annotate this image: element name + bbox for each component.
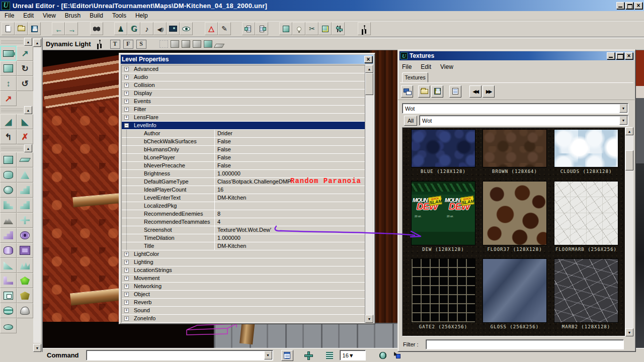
menu-view[interactable]: View (38, 11, 60, 20)
brush-clip-button[interactable]: ◢ (0, 114, 17, 129)
chevron-down-icon[interactable]: ▼ (619, 116, 627, 125)
tree-section-reverb[interactable]: Reverb (122, 299, 366, 307)
property-value[interactable] (214, 202, 366, 210)
texture-thumbnail-blue[interactable] (411, 129, 475, 167)
cone-brush-button[interactable] (17, 167, 33, 183)
dialog-close-button[interactable] (364, 56, 372, 63)
texture-item-gate2[interactable]: GATE2 (256X256) (411, 258, 475, 329)
property-row-recommendedteammates[interactable]: RecommendedTeammates4 (122, 218, 366, 226)
sound-browser-button[interactable] (153, 22, 167, 35)
filter-input[interactable] (426, 339, 624, 349)
brush-clip-split-button[interactable]: ◣ (17, 114, 33, 129)
menu-help[interactable]: Help (131, 11, 152, 20)
menu-edit[interactable]: Edit (19, 11, 38, 20)
tarp-brush-button[interactable] (17, 288, 33, 303)
tree-section-lighting[interactable]: Lighting (122, 258, 366, 266)
texture-properties-button[interactable] (449, 85, 461, 98)
torus-brush-button[interactable] (17, 228, 33, 243)
expand-icon[interactable] (124, 115, 129, 120)
expand-icon[interactable] (124, 252, 129, 256)
textured-view-icon[interactable] (204, 40, 212, 48)
sheet-brush-button[interactable] (17, 152, 33, 167)
zone-view-icon[interactable] (171, 40, 179, 48)
property-value[interactable]: Drider (214, 130, 366, 137)
dodecahedron-button[interactable] (17, 273, 33, 288)
menu-file[interactable]: File (402, 62, 417, 71)
tree-section-movement[interactable]: Movement (122, 275, 366, 283)
next-group-button[interactable]: ▶▶ (482, 85, 495, 98)
show-selection-button[interactable]: S (136, 40, 146, 49)
rotate2-button[interactable]: ↺ (17, 76, 33, 91)
redo-button[interactable]: → (65, 22, 78, 35)
scroll-down-button[interactable]: ▼ (365, 315, 373, 323)
expand-icon[interactable] (124, 268, 129, 273)
scroll-down-button[interactable]: ▼ (625, 328, 633, 336)
property-row-bneverprecache[interactable]: bNeverPrecacheFalse (122, 162, 366, 170)
property-row-screenshot[interactable]: ScreenshotTexture'Wot.Wot.Dew' (122, 226, 366, 234)
menu-build[interactable]: Build (85, 11, 108, 20)
expand-icon[interactable] (124, 284, 129, 289)
property-value[interactable]: False (214, 154, 366, 161)
actor-classes-button[interactable]: ♟ (114, 22, 127, 35)
wedge-brush-button[interactable] (0, 258, 17, 273)
texture-grid[interactable]: BLUE (128X128) BROWN (128X64) CLOUDS (12… (402, 127, 625, 336)
property-value[interactable]: DM-Kitchen (214, 194, 366, 202)
expand-icon[interactable] (124, 75, 129, 79)
maximize-button[interactable] (616, 52, 624, 59)
property-row-bcheckwalksurfaces[interactable]: bCheckWalkSurfacesFalse (122, 138, 366, 146)
tree-section-events[interactable]: Events (122, 98, 366, 106)
property-value[interactable]: False (214, 138, 366, 145)
path-tool-button[interactable]: ✂ (305, 22, 318, 35)
menu-file[interactable]: File (0, 11, 19, 20)
property-row-bhumansonly[interactable]: bHumansOnlyFalse (122, 146, 366, 154)
texture-grid-scrollbar[interactable]: ▲ ▼ (625, 127, 633, 336)
chevron-down-icon[interactable]: ▼ (619, 104, 627, 113)
package-dropdown[interactable]: Wot ▼ (402, 103, 628, 114)
texture-thumbnail-floor37[interactable] (482, 181, 547, 245)
spiral-stairs-button[interactable] (0, 198, 17, 213)
scroll-up-button[interactable]: ▲ (625, 127, 633, 135)
linear-stairs-button[interactable] (17, 198, 33, 213)
cylinder-brush-button[interactable] (0, 167, 17, 183)
texture-item-floor37[interactable]: FLOOR37 (128X128) (482, 181, 547, 252)
save-map-button[interactable] (28, 22, 41, 35)
move-actor-button[interactable]: ↗ (17, 46, 33, 61)
command-input[interactable] (88, 351, 263, 359)
menu-view[interactable]: View (440, 62, 458, 71)
sphere-brush-button[interactable] (0, 183, 17, 198)
group-dropdown[interactable]: Wot ▼ (419, 115, 628, 126)
texture-item-blue[interactable]: BLUE (128X128) (411, 129, 475, 174)
sheet-view-icon[interactable] (213, 44, 224, 48)
expand-icon[interactable] (124, 292, 129, 297)
multi-wedge-button[interactable] (17, 258, 33, 273)
hollow-cube-button[interactable] (17, 243, 33, 258)
texture-thumbnail-dew[interactable]: MOUNTAIN DEW QUICK SLAM 20 oz. MOUNTAIN … (411, 181, 475, 245)
expand-icon[interactable] (124, 99, 129, 104)
property-row-timedilation[interactable]: TimeDilation1.000000 (122, 234, 366, 242)
grid-toggle-button[interactable] (324, 350, 336, 361)
stairs-special-button[interactable] (0, 228, 17, 243)
expand-icon[interactable] (124, 308, 129, 313)
cube-in-cube-button[interactable] (0, 288, 17, 303)
stacked-discs-button[interactable] (0, 303, 17, 318)
mesh-viewer-button[interactable] (180, 22, 193, 35)
previous-group-button[interactable]: ◀◀ (469, 85, 481, 98)
tree-section-audio[interactable]: Audio (122, 73, 366, 81)
property-value[interactable]: Texture'Wot.Wot.Dew' (214, 226, 366, 234)
tree-section-locationstrings[interactable]: LocationStrings (122, 266, 366, 275)
grid-size-dropdown[interactable]: 16 ▼ (340, 350, 366, 360)
texture-item-brown[interactable]: BROWN (128X64) (482, 129, 547, 174)
texture-item-dew[interactable]: MOUNTAIN DEW QUICK SLAM 20 oz. MOUNTAIN … (411, 181, 475, 252)
log-window-button[interactable] (281, 350, 293, 361)
expand-icon[interactable] (124, 67, 129, 71)
titlebar[interactable]: U Unreal Editor - [E:\Editor\UnrealTourn… (0, 0, 644, 11)
close-button[interactable] (634, 2, 642, 9)
property-row-recommendedenemies[interactable]: RecommendedEnemies8 (122, 210, 366, 218)
expand-icon[interactable] (124, 83, 129, 87)
vertex-edit-button[interactable]: ↗ (0, 91, 17, 106)
collapse-section-button[interactable]: ▲ (24, 144, 32, 152)
menu-tools[interactable]: Tools (108, 11, 131, 20)
chevron-down-icon[interactable]: ▼ (349, 352, 354, 358)
property-tree-scrollbar[interactable]: ▲ ▼ (365, 65, 373, 323)
tree-section-sound[interactable]: Sound (122, 307, 366, 315)
